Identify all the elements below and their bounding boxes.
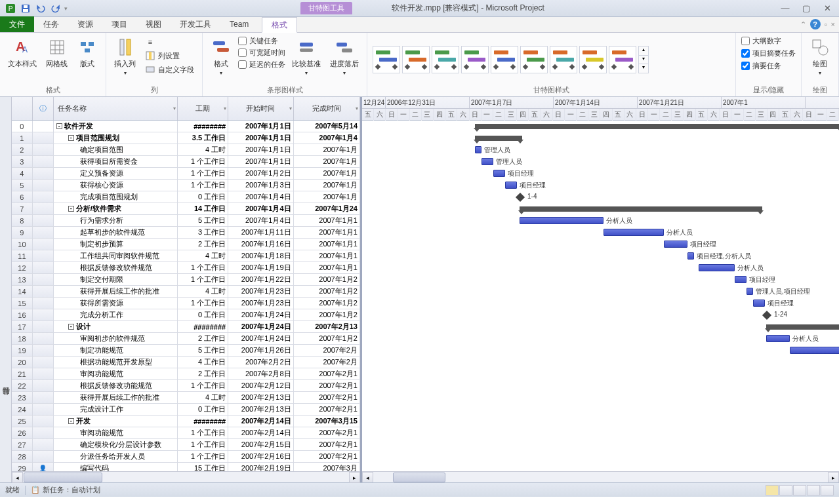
col-header-id[interactable] xyxy=(12,97,33,120)
gantt-style-option[interactable] xyxy=(373,46,400,73)
view-resource-icon[interactable] xyxy=(807,485,820,495)
custom-fields-button[interactable]: 自定义字段 xyxy=(142,63,197,76)
task-row[interactable]: 6 完成项目范围规划 0 工作日 2007年1月4日 2007年1月 xyxy=(12,191,360,203)
milestone-icon[interactable] xyxy=(762,311,771,320)
task-row[interactable]: 10 制定初步预算 2 工作日 2007年1月16日 2007年1月1 xyxy=(12,239,360,250)
summary-bar[interactable] xyxy=(475,136,522,141)
view-team-icon[interactable] xyxy=(793,485,806,495)
task-row[interactable]: 3 获得项目所需资金 1 个工作日 2007年1月1日 2007年1月 xyxy=(12,156,360,168)
column-settings-button[interactable]: 列设置 xyxy=(142,49,197,62)
tab-format[interactable]: 格式 xyxy=(262,17,297,33)
outline-toggle[interactable]: - xyxy=(68,324,74,330)
col-header-start[interactable]: 开始时间▾ xyxy=(228,97,293,120)
task-bar[interactable] xyxy=(747,288,753,295)
gantt-style-option[interactable] xyxy=(520,46,548,73)
task-row[interactable]: 28 分派任务给开发人员 1 个工作日 2007年2月16日 2007年2月1 xyxy=(12,451,360,463)
gantt-style-option[interactable] xyxy=(432,46,459,73)
task-row[interactable]: 29 👤 编写代码 15 工作日 2007年2月19日 2007年3月 xyxy=(12,463,360,471)
save-icon[interactable] xyxy=(19,2,32,15)
task-bar[interactable] xyxy=(664,241,687,248)
close-icon[interactable]: ✕ xyxy=(819,3,835,14)
tab-view[interactable]: 视图 xyxy=(136,16,171,32)
task-row[interactable]: 24 完成设计工作 0 工作日 2007年2月13日 2007年2月1 xyxy=(12,404,360,416)
task-row[interactable]: 11 工作组共同审阅软件规范 4 工时 2007年1月18日 2007年1月1 xyxy=(12,250,360,262)
ribbon-collapse-icon[interactable]: ⌃ xyxy=(800,20,806,29)
task-bar[interactable] xyxy=(766,335,790,342)
outline-toggle[interactable]: - xyxy=(68,418,74,424)
baseline-button[interactable]: 比较基准▾ xyxy=(289,35,323,77)
summary-bar[interactable] xyxy=(766,324,839,330)
task-row[interactable]: 9 起草初步的软件规范 3 工作日 2007年1月11日 2007年1月1 xyxy=(12,227,360,239)
task-row[interactable]: 13 制定交付期限 1 个工作日 2007年1月22日 2007年1月2 xyxy=(12,274,360,286)
summary-tasks-checkbox[interactable]: 摘要任务 xyxy=(741,60,796,71)
maximize-icon[interactable]: ▢ xyxy=(798,3,814,14)
tab-task[interactable]: 任务 xyxy=(34,16,68,32)
task-bar[interactable] xyxy=(520,217,604,224)
task-row[interactable]: 19 制定功能规范 5 工作日 2007年1月26日 2007年2月 xyxy=(12,345,360,357)
slippage-button[interactable]: 进度落后▾ xyxy=(327,35,361,77)
file-tab[interactable]: 文件 xyxy=(0,16,34,32)
task-row[interactable]: 17 -设计 ######## 2007年1月24日 2007年2月13 xyxy=(12,321,360,333)
task-bar[interactable] xyxy=(481,158,493,165)
redo-icon[interactable] xyxy=(49,2,62,15)
task-row[interactable]: 23 获得开展后续工作的批准 4 工时 2007年2月13日 2007年2月1 xyxy=(12,392,360,404)
gantt-style-option[interactable] xyxy=(461,46,489,73)
task-bar[interactable] xyxy=(790,347,839,354)
help-icon[interactable]: ? xyxy=(810,19,821,29)
summary-bar[interactable] xyxy=(520,206,762,212)
task-row[interactable]: 25 -开发 ######## 2007年2月14日 2007年3月15 xyxy=(12,416,360,427)
text-styles-button[interactable]: AA文本样式 xyxy=(5,35,39,70)
window-restore-icon[interactable]: ▫ xyxy=(825,20,827,28)
outline-toggle[interactable]: - xyxy=(68,206,74,212)
task-bar[interactable] xyxy=(753,300,765,307)
critical-tasks-checkbox[interactable]: 关键任务 xyxy=(238,35,285,47)
summary-bar[interactable] xyxy=(475,124,839,129)
layout-button[interactable]: 版式 xyxy=(74,35,100,70)
outline-toggle[interactable]: - xyxy=(68,135,74,141)
task-bar[interactable] xyxy=(493,170,505,177)
gantt-chart-area[interactable]: 管理人员管理人员项目经理项目经理1-4分析人员分析人员项目经理项目经理,分析人员… xyxy=(362,121,839,471)
slack-checkbox[interactable]: 可宽延时间 xyxy=(238,47,285,58)
view-report-icon[interactable] xyxy=(821,485,834,495)
task-bar[interactable] xyxy=(475,146,481,153)
task-row[interactable]: 18 审阅初步的软件规范 2 工作日 2007年1月24日 2007年1月2 xyxy=(12,333,360,345)
col-header-duration[interactable]: 工期▾ xyxy=(178,97,229,120)
tab-developer[interactable]: 开发工具 xyxy=(171,16,220,32)
task-row[interactable]: 0 -软件开发 ######## 2007年1月1日 2007年5月14 xyxy=(12,121,360,132)
outline-number-checkbox[interactable]: 大纲数字 xyxy=(741,35,796,47)
task-row[interactable]: 7 -分析/软件需求 14 工作日 2007年1月4日 2007年1月24 xyxy=(12,203,360,215)
task-row[interactable]: 8 行为需求分析 5 工作日 2007年1月4日 2007年1月1 xyxy=(12,215,360,227)
view-bar[interactable]: 甘特图 xyxy=(0,97,12,482)
milestone-icon[interactable] xyxy=(516,193,525,202)
task-row[interactable]: 5 获得核心资源 1 个工作日 2007年1月3日 2007年1月 xyxy=(12,180,360,191)
project-summary-checkbox[interactable]: 项目摘要任务 xyxy=(741,48,796,59)
task-bar[interactable] xyxy=(687,252,694,260)
task-row[interactable]: 20 根据功能规范开发原型 4 工作日 2007年2月2日 2007年2月 xyxy=(12,357,360,368)
task-row[interactable]: 12 根据反馈修改软件规范 1 个工作日 2007年1月19日 2007年1月1 xyxy=(12,262,360,274)
view-gantt-icon[interactable] xyxy=(766,485,779,495)
outline-toggle[interactable]: - xyxy=(56,123,62,129)
tab-project[interactable]: 项目 xyxy=(102,16,136,32)
gantt-hscroll[interactable]: ◂▸ xyxy=(362,471,839,482)
tab-resource[interactable]: 资源 xyxy=(68,16,102,32)
task-bar[interactable] xyxy=(604,229,664,236)
undo-icon[interactable] xyxy=(34,2,47,15)
window-close-icon[interactable]: × xyxy=(831,20,835,28)
tab-team[interactable]: Team xyxy=(220,16,258,32)
task-row[interactable]: 21 审阅功能规范 2 工作日 2007年2月8日 2007年2月1 xyxy=(12,368,360,380)
task-row[interactable]: 22 根据反馈修改功能规范 1 个工作日 2007年2月12日 2007年2月1 xyxy=(12,380,360,392)
late-tasks-checkbox[interactable]: 延迟的任务 xyxy=(238,59,285,70)
task-row[interactable]: 16 完成分析工作 0 工作日 2007年1月24日 2007年1月2 xyxy=(12,309,360,321)
align-left-button[interactable]: ≡ xyxy=(142,35,197,48)
gridlines-button[interactable]: 网格线 xyxy=(43,35,70,70)
format-button[interactable]: 格式▾ xyxy=(208,35,234,77)
task-row[interactable]: 2 确定项目范围 4 工时 2007年1月1日 2007年1月 xyxy=(12,144,360,156)
task-bar[interactable] xyxy=(699,264,735,271)
task-row[interactable]: 26 审阅功能规范 1 个工作日 2007年2月14日 2007年2月1 xyxy=(12,427,360,439)
gantt-style-option[interactable] xyxy=(609,46,636,73)
gantt-style-gallery[interactable]: ▴▾▾ xyxy=(373,35,730,84)
task-row[interactable]: 15 获得所需资源 1 个工作日 2007年1月23日 2007年1月2 xyxy=(12,298,360,309)
gantt-style-option[interactable] xyxy=(579,46,607,73)
task-row[interactable]: 4 定义预备资源 1 个工作日 2007年1月2日 2007年1月 xyxy=(12,168,360,180)
col-header-name[interactable]: 任务名称▾ xyxy=(54,97,178,120)
